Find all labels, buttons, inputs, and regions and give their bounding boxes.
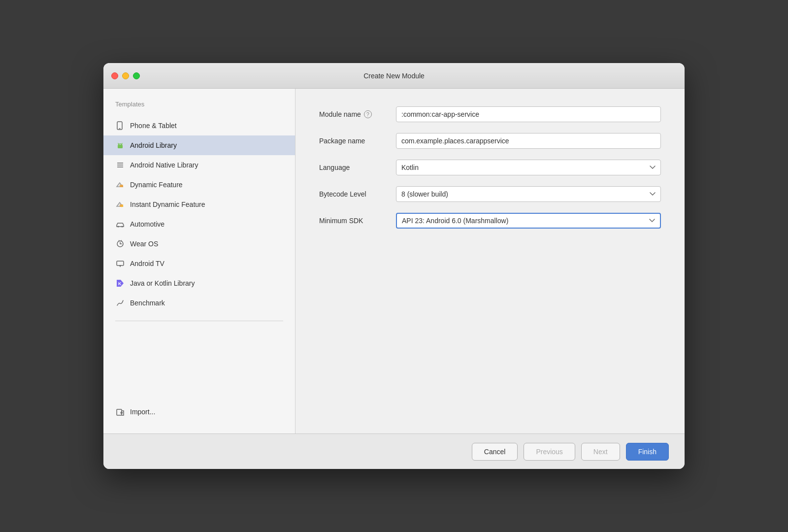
dialog-window: Create New Module Templates Phone & Tabl… <box>103 63 685 469</box>
sidebar-divider <box>115 321 283 321</box>
import-icon <box>115 407 125 417</box>
previous-button[interactable]: Previous <box>524 443 575 461</box>
language-label: Language <box>319 164 388 171</box>
sidebar-item-dynamic-feature[interactable]: Dynamic Feature <box>103 175 295 195</box>
automotive-icon <box>115 219 125 229</box>
benchmark-icon <box>115 298 125 308</box>
android-library-icon <box>115 140 125 150</box>
import-label: Import... <box>130 408 155 416</box>
sidebar-item-kotlin-lib[interactable]: K Java or Kotlin Library <box>103 273 295 293</box>
svg-rect-8 <box>120 185 123 187</box>
sidebar-item-import[interactable]: Import... <box>103 402 295 422</box>
kotlin-lib-icon: K <box>115 278 125 288</box>
sidebar-item-phone-tablet-label: Phone & Tablet <box>130 122 177 130</box>
package-name-row: Package name <box>319 133 661 149</box>
finish-button[interactable]: Finish <box>626 443 669 461</box>
svg-rect-18 <box>117 261 124 266</box>
next-button[interactable]: Next <box>581 443 620 461</box>
phone-tablet-icon <box>115 121 125 131</box>
bytecode-row: Bytecode Level 8 (slower build) 7 6 <box>319 186 661 202</box>
sidebar-item-benchmark-label: Benchmark <box>130 299 165 307</box>
bytecode-label: Bytecode Level <box>319 190 388 198</box>
sidebar-item-android-library-label: Android Library <box>130 141 177 149</box>
svg-text:⚡: ⚡ <box>121 204 124 208</box>
sidebar-item-automotive-label: Automotive <box>130 220 164 228</box>
titlebar: Create New Module <box>103 63 685 89</box>
sidebar-item-android-tv[interactable]: Android TV <box>103 254 295 273</box>
sidebar-item-instant-dynamic-label: Instant Dynamic Feature <box>130 200 205 208</box>
sidebar-item-android-native-label: Android Native Library <box>130 161 198 169</box>
android-native-icon <box>115 160 125 170</box>
sidebar: Templates Phone & Tablet <box>103 89 296 433</box>
sidebar-item-android-tv-label: Android TV <box>130 260 164 267</box>
sidebar-item-wear-os-label: Wear OS <box>130 240 158 248</box>
sidebar-item-android-library[interactable]: Android Library <box>103 135 295 155</box>
dynamic-feature-icon <box>115 180 125 190</box>
wear-os-icon <box>115 239 125 249</box>
svg-line-3 <box>118 143 119 144</box>
bytecode-select[interactable]: 8 (slower build) 7 6 <box>396 186 661 202</box>
sidebar-item-benchmark[interactable]: Benchmark <box>103 293 295 313</box>
svg-line-4 <box>122 143 122 144</box>
svg-point-12 <box>122 226 123 228</box>
package-name-input[interactable] <box>396 133 661 149</box>
svg-rect-23 <box>117 409 122 415</box>
cancel-button[interactable]: Cancel <box>472 443 518 461</box>
minimize-button[interactable] <box>122 72 129 79</box>
svg-line-16 <box>119 240 119 241</box>
svg-line-17 <box>121 240 122 241</box>
instant-dynamic-icon: ⚡ <box>115 200 125 209</box>
min-sdk-label: Minimum SDK <box>319 217 388 225</box>
form-panel: Module name ? Package name Language Kotl… <box>296 89 685 433</box>
sidebar-item-instant-dynamic[interactable]: ⚡ Instant Dynamic Feature <box>103 195 295 214</box>
package-name-label: Package name <box>319 137 388 145</box>
module-name-input[interactable] <box>396 106 661 122</box>
sidebar-item-automotive[interactable]: Automotive <box>103 214 295 234</box>
sidebar-item-phone-tablet[interactable]: Phone & Tablet <box>103 116 295 135</box>
sidebar-item-wear-os[interactable]: Wear OS <box>103 234 295 254</box>
language-row: Language Kotlin Java <box>319 160 661 175</box>
templates-label: Templates <box>103 100 295 116</box>
module-name-label: Module name ? <box>319 110 388 118</box>
sidebar-item-android-native[interactable]: Android Native Library <box>103 155 295 175</box>
dialog-content: Templates Phone & Tablet <box>103 89 685 433</box>
android-tv-icon <box>115 259 125 268</box>
sidebar-item-dynamic-feature-label: Dynamic Feature <box>130 181 183 189</box>
close-button[interactable] <box>111 72 118 79</box>
sidebar-item-kotlin-lib-label: Java or Kotlin Library <box>130 279 195 287</box>
svg-text:K: K <box>118 281 122 286</box>
svg-rect-2 <box>118 145 123 148</box>
min-sdk-select[interactable]: API 23: Android 6.0 (Marshmallow) API 21… <box>396 213 661 229</box>
dialog-footer: Cancel Previous Next Finish <box>103 433 685 469</box>
svg-point-11 <box>118 226 119 228</box>
min-sdk-row: Minimum SDK API 23: Android 6.0 (Marshma… <box>319 213 661 229</box>
window-title: Create New Module <box>363 72 425 80</box>
language-select[interactable]: Kotlin Java <box>396 160 661 175</box>
module-name-row: Module name ? <box>319 106 661 122</box>
module-name-help-icon[interactable]: ? <box>364 110 372 118</box>
maximize-button[interactable] <box>133 72 140 79</box>
traffic-lights <box>111 72 140 79</box>
